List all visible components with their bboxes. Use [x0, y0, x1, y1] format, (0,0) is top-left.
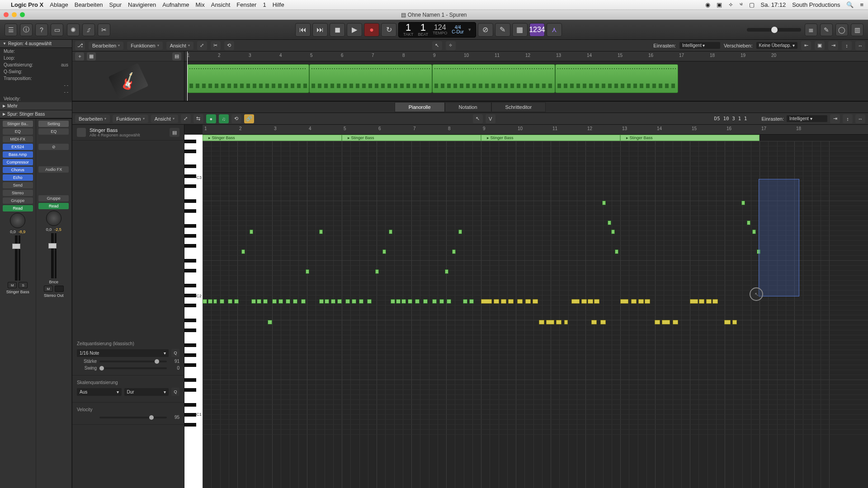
insp-mute[interactable]: Mute:	[0, 48, 72, 55]
midi-note[interactable]	[447, 299, 451, 304]
midi-note[interactable]	[508, 299, 514, 304]
pr-btn-1[interactable]: ⤢	[181, 114, 191, 123]
midi-note[interactable]	[352, 299, 356, 304]
pianoroll-ruler[interactable]: 123456789101112131415161718	[203, 125, 868, 135]
arr-edit-menu[interactable]: Bearbeiten	[89, 42, 123, 50]
midi-note[interactable]	[228, 299, 232, 304]
zoom-window-button[interactable]	[20, 12, 25, 17]
midi-note[interactable]	[359, 299, 363, 304]
menu-fenster[interactable]: Fenster	[236, 1, 256, 8]
pr-midi-in[interactable]: ●	[206, 114, 216, 123]
midi-note[interactable]	[517, 299, 523, 304]
list-editors-button[interactable]: ≣	[805, 23, 817, 36]
midi-note[interactable]	[257, 299, 261, 304]
out-audiofx[interactable]: Audio FX	[38, 166, 69, 173]
midi-note[interactable]	[345, 299, 350, 304]
pianoroll-grid[interactable]: C3C2C1 123456789101112131415161718 ▸ Sti…	[184, 125, 868, 488]
menu-aufnahme[interactable]: Aufnahme	[162, 1, 189, 8]
midi-note[interactable]	[690, 299, 698, 304]
pr-btn-2[interactable]: ⇆	[193, 114, 203, 123]
midi-note[interactable]	[662, 320, 670, 324]
midi-note[interactable]	[564, 320, 568, 324]
pr-collapse-button[interactable]: ▤	[170, 128, 179, 137]
sync-button[interactable]: ▦	[512, 23, 528, 37]
arrange-region[interactable]	[432, 64, 555, 93]
midi-note[interactable]	[382, 249, 386, 254]
midi-note[interactable]	[213, 299, 217, 304]
midi-note[interactable]	[396, 299, 401, 304]
arr-tool-3[interactable]: ⟲	[224, 41, 234, 50]
midi-note[interactable]	[631, 299, 637, 304]
arr-pointer-tool[interactable]: ↖	[432, 41, 442, 50]
midi-note[interactable]	[337, 299, 342, 304]
global-tracks-button[interactable]: ▤	[172, 52, 181, 61]
midi-note[interactable]	[501, 299, 506, 304]
insp-loop[interactable]: Loop:	[0, 55, 72, 61]
insp-qswing[interactable]: Q-Swing:	[0, 68, 72, 75]
track-inspector-header[interactable]: ▶Spur: Stinger Bass	[0, 110, 72, 118]
quickhelp-button[interactable]: ?	[35, 23, 48, 36]
pr-zoom-v[interactable]: ↕	[843, 114, 853, 123]
midi-note[interactable]	[588, 299, 593, 304]
out-pan-knob[interactable]	[46, 211, 61, 226]
midi-note[interactable]	[581, 299, 587, 304]
midi-note[interactable]	[286, 299, 290, 304]
midi-note[interactable]	[263, 299, 268, 304]
arrange-region[interactable]	[187, 64, 309, 93]
region-header[interactable]: ▸ Stinger Bass	[481, 135, 620, 141]
out-setting[interactable]: Setting	[38, 121, 69, 127]
pr-midi-out[interactable]: ♫	[219, 114, 229, 123]
ch-group[interactable]: Gruppe	[3, 197, 33, 204]
status-user[interactable]: South Productions	[792, 1, 840, 8]
record-button[interactable]: ●	[364, 23, 379, 37]
midi-note[interactable]	[571, 299, 580, 304]
insp-transp[interactable]: Transposition:	[0, 75, 72, 82]
tab-pianoroll[interactable]: Pianorolle	[395, 102, 445, 112]
lcd-beat[interactable]: 1	[420, 23, 426, 33]
insp-fine[interactable]: - -	[0, 82, 72, 89]
midi-note[interactable]	[602, 201, 606, 205]
midi-note[interactable]	[408, 299, 412, 304]
out-eq[interactable]: EQ	[38, 128, 69, 135]
midi-note[interactable]	[712, 299, 718, 304]
arr-func-menu[interactable]: Funktionen	[127, 42, 162, 50]
pr-snap-select[interactable]: Intelligent ▾	[787, 115, 827, 122]
track-header-1[interactable]: 🎸	[72, 61, 184, 101]
editors-button[interactable]: ✂	[98, 23, 110, 36]
midi-note[interactable]	[401, 299, 406, 304]
midi-note[interactable]	[673, 320, 678, 324]
menu-navigieren[interactable]: Navigieren	[128, 1, 156, 8]
midi-note[interactable]	[250, 230, 253, 234]
arr-btn-b[interactable]: ▣	[815, 41, 825, 50]
lcd-key[interactable]: C-Dur	[452, 30, 464, 34]
menu-extras-icon[interactable]: ≡	[860, 1, 863, 8]
lcd-tempo[interactable]: 124	[434, 24, 446, 31]
menu-bearbeiten[interactable]: Bearbeiten	[75, 1, 103, 8]
scale-type-select[interactable]: Dur▾	[124, 388, 169, 396]
midi-note[interactable]	[208, 299, 212, 304]
lcd-timesig[interactable]: 4/4	[455, 25, 461, 30]
cycle-button[interactable]: ↻	[381, 23, 396, 37]
pr-view-menu[interactable]: Ansicht	[151, 115, 178, 123]
midi-note[interactable]	[546, 320, 554, 324]
midi-note[interactable]	[747, 221, 750, 225]
pr-link-button[interactable]: 🔗	[244, 114, 254, 123]
midi-note[interactable]	[241, 249, 245, 254]
midi-note[interactable]	[706, 299, 712, 304]
midi-note[interactable]	[319, 230, 323, 234]
region-inspector-header[interactable]: ▼Region: 4 ausgewählt	[0, 40, 72, 48]
loops-button[interactable]: ◯	[835, 23, 848, 36]
status-dropbox-icon[interactable]: ✧	[728, 1, 733, 8]
tuner-button[interactable]: 1234	[529, 23, 545, 37]
midi-note[interactable]	[452, 249, 456, 254]
ch-solo[interactable]: S	[19, 282, 28, 288]
midi-note[interactable]	[272, 299, 277, 304]
ch-mute[interactable]: M	[8, 282, 17, 288]
out-bnce[interactable]: Bnce	[49, 280, 58, 284]
add-track-button[interactable]: ＋	[75, 52, 84, 61]
midi-note[interactable]	[645, 299, 650, 304]
master-vol-icon[interactable]: ⋏	[547, 23, 562, 37]
velocity-slider[interactable]	[99, 417, 167, 418]
arr-menu-icon[interactable]: ⎇	[75, 41, 85, 50]
midi-note[interactable]	[481, 299, 492, 304]
